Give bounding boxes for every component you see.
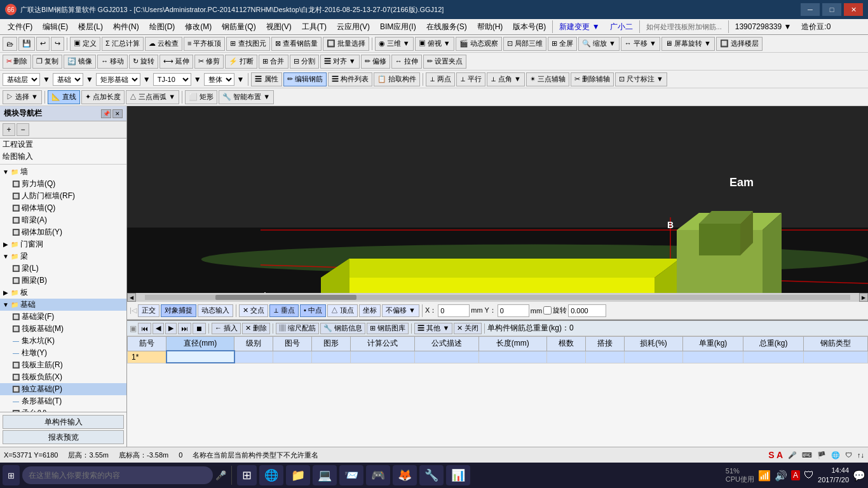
taskbar-search-input[interactable]: [22, 466, 213, 484]
component-name-select[interactable]: TJ-10: [153, 73, 191, 86]
tree-item-slab[interactable]: ▶ 📁 板: [0, 287, 126, 299]
menu-help[interactable]: 帮助(H): [472, 20, 508, 34]
menu-view[interactable]: 视图(V): [261, 20, 297, 34]
view-rebar-button[interactable]: ⊠ 查看钢筋量: [271, 37, 322, 51]
tree-item-strip-found[interactable]: — 条形基础(T): [0, 395, 126, 407]
menu-cloud[interactable]: 云应用(V): [332, 20, 375, 34]
menu-price[interactable]: 造价豆:0: [796, 20, 836, 34]
batch-select-button[interactable]: 🔲 批量选择: [323, 37, 369, 51]
menu-bim[interactable]: BIM应用(I): [375, 20, 421, 34]
rotate-checkbox[interactable]: [543, 306, 552, 315]
trim-button[interactable]: ✂ 修剪: [194, 55, 224, 69]
minimize-button[interactable]: ─: [801, 3, 820, 16]
save-button[interactable]: 💾: [18, 37, 35, 51]
tree-item-drawing-input[interactable]: 绘图输入: [0, 151, 126, 163]
extract-component-button[interactable]: 📋 抬取构件: [374, 72, 420, 86]
table-next-button[interactable]: ▶: [165, 323, 177, 334]
no-offset-button[interactable]: 不偏移 ▼: [382, 304, 419, 317]
menu-version[interactable]: 版本号(B): [508, 20, 551, 34]
vertex-snap-button[interactable]: △ 顶点: [327, 304, 358, 317]
cloud-check-button[interactable]: ☁ 云检查: [145, 37, 182, 51]
mirror-button[interactable]: 🔄 镜像: [64, 55, 96, 69]
table-delete-button[interactable]: ✕ 删除: [242, 323, 270, 334]
set-grip-button[interactable]: ✏ 设置夹点: [423, 55, 466, 69]
task-app-8[interactable]: 🔧: [419, 465, 444, 485]
task-app-4[interactable]: 💻: [313, 465, 337, 485]
nav-add-button[interactable]: +: [3, 123, 15, 136]
task-app-7[interactable]: 🦊: [393, 465, 417, 485]
table-prev-button[interactable]: ◀: [153, 323, 164, 334]
menu-rebar-qty[interactable]: 钢筋量(Q): [217, 20, 261, 34]
tree-item-hidden-beam[interactable]: 🔲 暗梁(A): [0, 214, 126, 226]
table-first-button[interactable]: ⏮: [138, 323, 151, 334]
tree-item-brick-wall[interactable]: 🔲 砌体墙(Q): [0, 202, 126, 214]
intersect-snap-button[interactable]: ✕ 交点: [239, 304, 268, 317]
zoom-button[interactable]: 🔍 缩放 ▼: [578, 37, 620, 51]
menu-modify[interactable]: 修改(M): [180, 20, 217, 34]
table-stop-button[interactable]: ⏹: [193, 323, 206, 334]
tree-item-shear-wall[interactable]: 🔲 剪力墙(Q): [0, 178, 126, 190]
tree-item-brick-rebar[interactable]: 🔲 砌体加筋(Y): [0, 226, 126, 238]
sum-calc-button[interactable]: Σ 汇总计算: [102, 37, 144, 51]
mic-icon[interactable]: 🎤: [788, 451, 797, 459]
tree-item-wall[interactable]: ▼ 📁 墙: [0, 166, 126, 178]
three-arc-button[interactable]: △ 三点画弧 ▼: [126, 90, 179, 104]
task-app-6[interactable]: 🎮: [366, 465, 390, 485]
tree-item-found-beam[interactable]: 🔲 基础梁(F): [0, 311, 126, 323]
floor-select[interactable]: 基础层: [3, 73, 40, 86]
break-button[interactable]: ⚡ 打断: [225, 55, 257, 69]
cell-diameter[interactable]: [166, 351, 234, 363]
3d-button[interactable]: ◉ 三维 ▼: [375, 37, 414, 51]
open-file-button[interactable]: 🗁: [3, 37, 17, 51]
screen-rotate-button[interactable]: 🖥 屏幕旋转 ▼: [661, 37, 715, 51]
report-preview-button[interactable]: 报表预览: [3, 430, 124, 444]
y-input[interactable]: [498, 304, 529, 317]
keyboard-icon[interactable]: ⌨: [802, 451, 812, 459]
align-slab-button[interactable]: ≡ 平齐板顶: [184, 37, 225, 51]
antivirus-icon[interactable]: 🛡: [845, 451, 852, 459]
line-button[interactable]: 📐 直线: [48, 90, 80, 104]
rotate-input[interactable]: [568, 304, 606, 317]
nav-minus-button[interactable]: −: [17, 123, 29, 136]
task-app-1[interactable]: ⊞: [237, 465, 257, 485]
rebar-table-wrap[interactable]: 筋号 直径(mm) 级别 图号 图形 计算公式 公式描述 长度(mm) 根数 搭…: [127, 336, 868, 447]
antivirus-tray-icon[interactable]: 🛡: [804, 470, 814, 481]
menu-help-raft[interactable]: 如何处理筏板附加钢筋...: [641, 21, 727, 33]
menu-draw[interactable]: 绘图(D): [144, 20, 180, 34]
nav-close-button[interactable]: ✕: [112, 109, 123, 118]
tree-item-independent-found[interactable]: 🔲 独立基础(P): [0, 383, 126, 395]
table-close-button[interactable]: ✕ 关闭: [454, 323, 482, 334]
pan-button[interactable]: ↔ 平移 ▼: [621, 37, 660, 51]
tree-item-beam-root[interactable]: ▼ 📁 梁: [0, 250, 126, 262]
menu-online[interactable]: 在线服务(S): [421, 20, 472, 34]
network-icon[interactable]: 🌐: [831, 451, 840, 459]
two-point-button[interactable]: ⊥ 两点: [426, 72, 455, 86]
move-button[interactable]: ↔ 移动: [97, 55, 128, 69]
cpu-icon[interactable]: 51%CPU使用: [726, 467, 754, 484]
coord-snap-button[interactable]: 坐标: [359, 304, 381, 317]
flag-icon[interactable]: 🏴: [817, 451, 826, 459]
tree-item-circle-beam[interactable]: 🔲 圈梁(B): [0, 274, 126, 287]
scroll-left-button[interactable]: ◀: [127, 293, 136, 302]
notification-icon[interactable]: 💬: [853, 470, 865, 482]
split-button[interactable]: ⊟ 分割: [290, 55, 319, 69]
scale-rebar-button[interactable]: ▥ 缩尺配筋: [276, 323, 319, 334]
stretch-button[interactable]: ↔ 拉伸: [391, 55, 422, 69]
up-down-icon[interactable]: ↑↓: [857, 451, 864, 459]
3d-viewport[interactable]: Z Y X B C 5 6 7 A Eam: [127, 106, 868, 293]
find-element-button[interactable]: ⊞ 查找图元: [226, 37, 269, 51]
three-point-aux-button[interactable]: ✴ 三点辅轴: [526, 72, 569, 86]
component-list-button[interactable]: ☰ 构件列表: [328, 72, 372, 86]
object-snap-button[interactable]: 对象捕捉: [161, 304, 196, 317]
maximize-button[interactable]: □: [822, 3, 841, 16]
tree-item-foundation[interactable]: ▼ 📁 基础: [0, 299, 126, 311]
scroll-track[interactable]: [145, 295, 850, 300]
single-component-input-button[interactable]: 单构件输入: [3, 415, 124, 429]
task-app-3[interactable]: 📁: [286, 465, 310, 485]
mode-select[interactable]: 整体: [204, 73, 234, 86]
copy-button[interactable]: ❐ 复制: [32, 55, 62, 69]
menu-edit[interactable]: 编辑(E): [37, 20, 73, 34]
tree-item-door-win[interactable]: ▶ 📁 门窗洞: [0, 238, 126, 250]
menu-file[interactable]: 文件(F): [3, 20, 37, 34]
define-button[interactable]: ▣ 定义: [70, 37, 100, 51]
